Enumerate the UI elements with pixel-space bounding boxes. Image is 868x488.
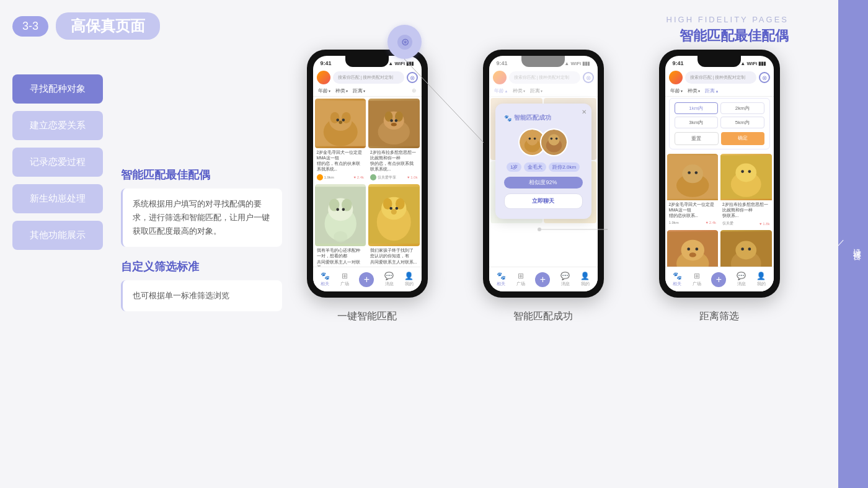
- search-icon-3[interactable]: ⊗: [759, 72, 770, 83]
- search-input-3[interactable]: 搜索你匹配 | 搜种类配对定制: [685, 71, 756, 84]
- svg-point-63: [741, 248, 744, 251]
- match-modal: 🐾 智能匹配成功 ✕: [495, 104, 591, 219]
- nav-me-2[interactable]: 👤 我的: [580, 272, 590, 287]
- desc-title-2: 自定义筛选标准: [121, 259, 282, 274]
- svg-point-24: [342, 208, 345, 211]
- nav-related-3[interactable]: 🐾 相关: [673, 272, 682, 287]
- dist-5km[interactable]: 5km内: [720, 117, 764, 128]
- svg-point-62: [735, 241, 756, 260]
- svg-point-59: [689, 253, 696, 258]
- dog-card-4[interactable]: 我们家孩子终于找到了您认识的你知道，有共同爱联系主人对联系... 可爱宠主 ♥ …: [368, 184, 420, 280]
- nav-related-2[interactable]: 🐾 相关: [497, 272, 506, 287]
- search-bar-1[interactable]: 搜索你匹配 | 搜种类配对定制 ⊗: [317, 71, 418, 84]
- nav-item-3[interactable]: 记录恋爱过程: [12, 148, 103, 177]
- confirm-button[interactable]: 确定: [721, 132, 764, 145]
- phone-3-screen: 9:41 ▲ WiFi ▮▮▮ 搜索你匹配 | 搜种类配对定制 ⊗ 年龄 ▾ 种…: [665, 56, 774, 291]
- svg-point-8: [336, 118, 339, 122]
- phone-3-label: 距离筛选: [699, 310, 739, 323]
- modal-title: 🐾 智能匹配成功: [504, 113, 583, 122]
- nav-item-1[interactable]: 寻找配种对象: [12, 74, 103, 104]
- bottom-nav-3: 🐾 相关 ⊞ 广场 + 💬 消息: [665, 267, 774, 291]
- search-input-1[interactable]: 搜索你匹配 | 搜种类配对定制: [333, 71, 404, 84]
- sidebar-text-1: 设计报告: [850, 242, 863, 247]
- svg-text:⊛: ⊛: [401, 37, 409, 47]
- svg-point-43: [556, 138, 558, 140]
- dog-card-2[interactable]: 2岁拉布拉多想您思想一比妮熊和你一样快的恋，有点伙联系我联系系统... 仅关爱学…: [368, 99, 420, 182]
- dog-card-1[interactable]: 2岁金毛寻回犬一位定是MMA这一狙猎的恋，有点的伙来联系我系统... 1.9km…: [315, 99, 366, 182]
- phones-container: 9:41 ▲ WiFi ▮▮▮ 搜索你匹配 | 搜种类配对定制 ⊗ 年龄 ▾: [285, 50, 801, 323]
- phone-1-label: 一键智能匹配: [337, 310, 397, 323]
- search-icon-1[interactable]: ⊗: [407, 72, 418, 83]
- nav-plus-1[interactable]: +: [359, 272, 374, 287]
- nav-item-5[interactable]: 其他功能展示: [12, 221, 103, 250]
- svg-point-15: [390, 119, 393, 122]
- phone-3-wrapper: 9:41 ▲ WiFi ▮▮▮ 搜索你匹配 | 搜种类配对定制 ⊗ 年龄 ▾ 种…: [659, 50, 780, 323]
- nav-msg-2[interactable]: 💬 消息: [560, 272, 570, 287]
- phone-2-label: 智能匹配成功: [513, 310, 573, 323]
- distance-filter: 1km内 2km内 3km内 5km内 重置 确定: [669, 98, 770, 149]
- svg-point-64: [748, 248, 751, 251]
- nav-msg-1[interactable]: 💬 消息: [384, 272, 394, 287]
- right-sidebar: 设计报告 ／ 高保真页面 — 宠幸: [838, 0, 868, 488]
- desc-box-2: 也可根据单一标准筛选浏览: [121, 280, 282, 311]
- svg-point-51: [735, 163, 756, 182]
- desc-box-1: 系统根据用户填写的对寻找配偶的要求，进行筛选和智能匹配，让用户一键获取匹配度最高…: [121, 189, 282, 247]
- dog-card-6[interactable]: 2岁拉布拉多想您思想一比妮熊和你一样快联系... 仅关爱 ♥ 1.8k: [720, 154, 772, 228]
- filter-bar-3: 年龄 ▾ 种类 ▾ 距离 ▲: [665, 86, 774, 97]
- match-modal-overlay: 🐾 智能匹配成功 ✕: [489, 56, 598, 267]
- dog-card-5[interactable]: 2岁金毛寻回犬一位定是MMA这一狙猎的恋伙联系... 1.9km ♥ 2.4k: [667, 154, 719, 228]
- chat-button[interactable]: 立即聊天: [504, 193, 583, 209]
- phone-2-screen: 9:41 ▲ WiFi ▮▮▮ 搜索你匹配 | 搜种类配对定制 ⊗ 年龄 ▲ 种…: [489, 56, 598, 291]
- svg-point-46: [682, 164, 703, 183]
- icon-bubble: ⊛: [388, 25, 422, 59]
- phone-2-wrapper: 9:41 ▲ WiFi ▮▮▮ 搜索你匹配 | 搜种类配对定制 ⊗ 年龄 ▲ 种…: [483, 50, 604, 323]
- hf-subtitle: 智能匹配最佳配偶: [666, 27, 789, 45]
- nav-plaza-2[interactable]: ⊞ 广场: [516, 272, 525, 287]
- desc-title-1: 智能匹配最佳配偶: [121, 167, 282, 182]
- reset-button[interactable]: 重置: [675, 132, 719, 145]
- step-badge: 3-3: [12, 16, 48, 37]
- nav-msg-3[interactable]: 💬 消息: [737, 272, 746, 287]
- nav-plaza-3[interactable]: ⊞ 广场: [693, 272, 701, 287]
- distance-options: 1km内 2km内 3km内 5km内: [675, 102, 764, 128]
- left-nav: 寻找配种对象 建立恋爱关系 记录恋爱过程 新生幼崽处理 其他功能展示: [12, 74, 103, 250]
- nav-plus-2[interactable]: +: [535, 272, 550, 287]
- user-avatar-1: [317, 71, 330, 84]
- dog-avatar-2: [540, 128, 568, 156]
- nav-plus-3[interactable]: +: [711, 272, 726, 287]
- nav-me-3[interactable]: 👤 我的: [756, 272, 766, 287]
- search-bar-3[interactable]: 搜索你匹配 | 搜种类配对定制 ⊗: [669, 71, 770, 84]
- modal-close-button[interactable]: ✕: [582, 109, 587, 115]
- svg-point-48: [694, 171, 698, 174]
- dist-3km[interactable]: 3km内: [675, 117, 719, 128]
- phone-1-wrapper: 9:41 ▲ WiFi ▮▮▮ 搜索你匹配 | 搜种类配对定制 ⊗ 年龄 ▾: [307, 50, 428, 323]
- desc-area: 智能匹配最佳配偶 系统根据用户填写的对寻找配偶的要求，进行筛选和智能匹配，让用户…: [121, 167, 282, 311]
- dist-1km[interactable]: 1km内: [675, 102, 719, 114]
- svg-point-53: [748, 170, 751, 173]
- nav-item-4[interactable]: 新生幼崽处理: [12, 184, 103, 213]
- svg-point-9: [342, 118, 345, 122]
- svg-point-47: [688, 171, 691, 174]
- svg-point-23: [336, 208, 339, 211]
- dog-card-3[interactable]: 我有羊毛的心还求配种一对，想看的都共同爱联系主人一对联系... 哈哈 ♥ 2.2…: [315, 184, 366, 280]
- svg-point-17: [391, 123, 397, 126]
- svg-point-38: [534, 138, 536, 140]
- svg-point-33: [391, 209, 397, 215]
- nav-related-1[interactable]: 🐾 相关: [321, 272, 330, 287]
- nav-me-1[interactable]: 👤 我的: [404, 272, 414, 287]
- svg-point-6: [342, 112, 351, 123]
- distance-buttons: 重置 确定: [675, 132, 764, 145]
- nav-item-2[interactable]: 建立恋爱关系: [12, 111, 103, 140]
- hf-label: HIGH FIDELITY PAGES: [666, 15, 789, 24]
- svg-point-57: [687, 248, 690, 251]
- dist-2km[interactable]: 2km内: [720, 102, 764, 114]
- modal-tags: 1岁 金毛犬 距你2.0km: [504, 162, 583, 172]
- phone-2: 9:41 ▲ WiFi ▮▮▮ 搜索你匹配 | 搜种类配对定制 ⊗ 年龄 ▲ 种…: [483, 50, 604, 298]
- filter-bar-1: 年龄 ▾ 种类 ▾ 距离 ▾ ⊕: [313, 86, 422, 97]
- bottom-nav-2: 🐾 相关 ⊞ 广场 + 💬 消息: [489, 267, 598, 291]
- svg-point-25: [334, 231, 347, 242]
- phone-1-screen: 9:41 ▲ WiFi ▮▮▮ 搜索你匹配 | 搜种类配对定制 ⊗ 年龄 ▾: [313, 56, 422, 291]
- svg-point-7: [339, 120, 342, 124]
- nav-plaza-1[interactable]: ⊞ 广场: [340, 272, 349, 287]
- svg-point-31: [389, 207, 392, 210]
